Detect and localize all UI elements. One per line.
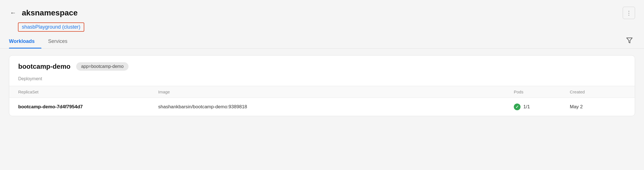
pods-count: 1/1	[523, 104, 530, 110]
col-header-replicaset: ReplicaSet	[18, 89, 158, 94]
replica-set-name: bootcamp-demo-7d4f7954d7	[18, 104, 158, 110]
workload-card: bootcamp-demo app=bootcamp-demo Deployme…	[9, 55, 635, 116]
page-title: aksnamespace	[22, 8, 78, 17]
filter-button[interactable]	[624, 35, 635, 48]
table-row[interactable]: bootcamp-demo-7d4f7954d7 shashankbarsin/…	[9, 98, 635, 116]
deployment-type: Deployment	[9, 75, 635, 86]
created-date: May 2	[570, 104, 626, 110]
tabs: Workloads Services	[9, 34, 81, 48]
col-header-image: Image	[158, 89, 514, 94]
header-top: ← aksnamespace ⋮	[9, 7, 635, 19]
more-menu-button[interactable]: ⋮	[623, 7, 635, 19]
main-content: bootcamp-demo app=bootcamp-demo Deployme…	[0, 49, 644, 170]
col-header-created: Created	[570, 89, 626, 94]
deployment-name: bootcamp-demo	[18, 63, 71, 70]
tab-workloads[interactable]: Workloads	[9, 34, 41, 48]
label-badge: app=bootcamp-demo	[76, 62, 129, 71]
cluster-badge[interactable]: shasbPlayground (cluster)	[18, 22, 84, 32]
header-left: ← aksnamespace	[9, 8, 78, 18]
tab-services[interactable]: Services	[48, 34, 74, 48]
pods-status-icon	[514, 104, 521, 110]
pods-cell: 1/1	[514, 104, 570, 110]
svg-marker-0	[627, 38, 632, 43]
cluster-badge-label: shasbPlayground (cluster)	[22, 24, 80, 30]
col-header-pods: Pods	[514, 89, 570, 94]
header: ← aksnamespace ⋮ shasbPlayground (cluste…	[0, 0, 644, 32]
card-header: bootcamp-demo app=bootcamp-demo	[9, 56, 635, 75]
table-header: ReplicaSet Image Pods Created	[9, 86, 635, 98]
tabs-row: Workloads Services	[0, 34, 644, 49]
image-name: shashankbarsin/bootcamp-demo:9389818	[158, 104, 514, 110]
app-container: ← aksnamespace ⋮ shasbPlayground (cluste…	[0, 0, 644, 170]
back-button[interactable]: ←	[9, 8, 17, 18]
